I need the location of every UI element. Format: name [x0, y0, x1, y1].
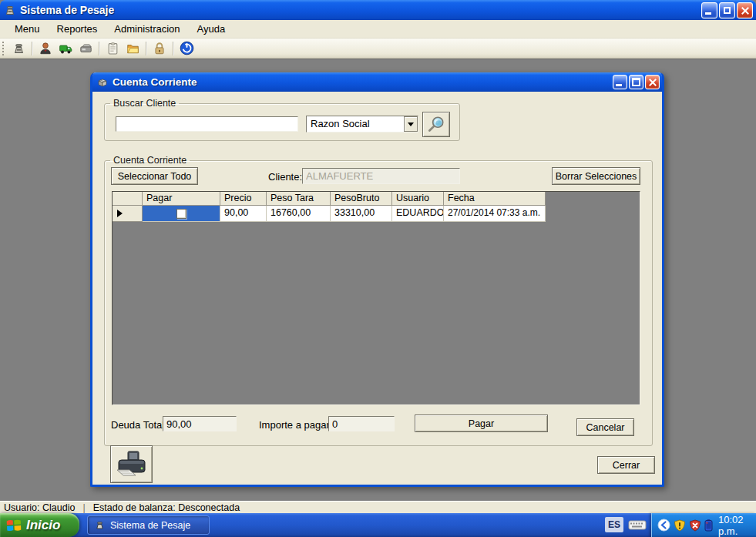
- taskbar-scale-icon: [95, 520, 105, 530]
- hide-icons-chevron-icon[interactable]: [657, 519, 670, 532]
- toolbar-separator: [146, 42, 146, 55]
- chevron-down-icon: [408, 123, 414, 126]
- statusbar-separator: |: [82, 502, 85, 513]
- grid-header-row: Pagar Precio Peso Tara PesoBruto Usuario…: [113, 192, 640, 206]
- table-row: 90,00 16760,00 33310,00 EDUARDO 27/01/20…: [113, 206, 640, 222]
- grid-header-precio[interactable]: Precio: [220, 192, 267, 206]
- peso-bruto-cell[interactable]: 33310,00: [331, 206, 392, 222]
- grid-header-peso-tara[interactable]: Peso Tara: [267, 192, 331, 206]
- row-selector-cell[interactable]: [113, 206, 143, 222]
- package-box-icon: [96, 76, 109, 89]
- start-button-label: Inicio: [26, 518, 60, 533]
- grid-header-pagar[interactable]: Pagar: [143, 192, 220, 206]
- statusbar-usuario: Usuario: Claudio: [4, 502, 75, 513]
- buscar-cliente-group-label: Buscar Cliente: [110, 98, 179, 109]
- user-icon[interactable]: [36, 40, 55, 57]
- buscar-button[interactable]: [422, 112, 450, 137]
- language-indicator[interactable]: ES: [605, 517, 623, 532]
- desktop-screen: Sistema de Pesaje Menu Reportes Administ…: [0, 0, 756, 537]
- magnifier-icon: [426, 115, 446, 135]
- menu-item-menu[interactable]: Menu: [6, 21, 49, 37]
- cliente-label: Cliente:: [268, 171, 302, 183]
- print-button[interactable]: [110, 445, 153, 483]
- toolbar-separator: [32, 42, 32, 55]
- scale-icon[interactable]: [9, 40, 28, 57]
- security-error-shield-icon[interactable]: [689, 519, 701, 532]
- dialog-body: Buscar Cliente Razon Social Cuenta Corri…: [92, 92, 662, 485]
- power-icon[interactable]: [177, 40, 196, 57]
- truck-icon[interactable]: [56, 40, 75, 57]
- buscar-cliente-input[interactable]: [116, 116, 298, 132]
- grid-corner-header[interactable]: [113, 192, 143, 206]
- minimize-button[interactable]: [701, 2, 717, 18]
- taskbar-item-sistema-de-pesaje[interactable]: Sistema de Pesaje: [87, 515, 210, 535]
- cerrar-button[interactable]: Cerrar: [597, 456, 655, 474]
- dialog-titlebar: Cuenta Corriente: [92, 72, 662, 92]
- system-tray: 10:02 p.m.: [651, 513, 756, 537]
- toolbar: [0, 39, 756, 59]
- weighing-device-icon[interactable]: [76, 40, 95, 57]
- menu-item-reportes[interactable]: Reportes: [49, 21, 106, 37]
- dialog-maximize-button[interactable]: [629, 75, 643, 89]
- keyboard-icon[interactable]: [628, 519, 647, 534]
- start-button[interactable]: Inicio: [0, 513, 79, 537]
- current-row-arrow-icon: [117, 210, 123, 217]
- peso-tara-cell[interactable]: 16760,00: [267, 206, 331, 222]
- cuenta-corriente-group-label: Cuenta Corriente: [110, 155, 190, 166]
- security-warning-shield-icon[interactable]: [674, 519, 686, 532]
- pagar-button[interactable]: Pagar: [415, 414, 548, 432]
- mdi-client-area: Cuenta Corriente Buscar Cliente Razon So…: [0, 59, 756, 501]
- importe-a-pagar-field[interactable]: [328, 416, 395, 431]
- grid-header-usuario[interactable]: Usuario: [392, 192, 444, 206]
- taskbar-item-label: Sistema de Pesaje: [110, 520, 190, 531]
- precio-cell[interactable]: 90,00: [220, 206, 267, 222]
- cuenta-corriente-grid: Pagar Precio Peso Tara PesoBruto Usuario…: [112, 191, 640, 405]
- importe-a-pagar-label: Importe a pagar: [259, 419, 330, 431]
- folder-icon[interactable]: [123, 40, 142, 57]
- dialog-minimize-button[interactable]: [613, 75, 627, 89]
- filtro-combo[interactable]: Razon Social: [306, 116, 418, 133]
- app-scale-icon: [4, 4, 16, 16]
- dialog-close-button[interactable]: [645, 75, 660, 89]
- deuda-total-field: [163, 416, 237, 431]
- printer-icon: [116, 450, 148, 479]
- taskbar-clock[interactable]: 10:02 p.m.: [718, 514, 756, 537]
- taskbar: Inicio Sistema de Pesaje ES 10: [0, 513, 756, 537]
- padlock-icon[interactable]: [150, 40, 169, 57]
- windows-flag-icon: [5, 517, 22, 533]
- statusbar: Usuario: Claudio | Estado de balanza: De…: [0, 501, 756, 513]
- usuario-cell[interactable]: EDUARDO: [392, 206, 444, 222]
- cliente-field: [302, 168, 460, 184]
- toolbar-gripper: [2, 42, 5, 55]
- deuda-total-label: Deuda Total: [111, 419, 164, 431]
- restore-button[interactable]: [719, 2, 735, 18]
- fecha-cell[interactable]: 27/01/2014 07:33 a.m.: [444, 206, 546, 222]
- pagar-checkbox[interactable]: [176, 209, 186, 219]
- grid-header-fecha[interactable]: Fecha: [444, 192, 546, 206]
- dialog-title: Cuenta Corriente: [113, 76, 611, 88]
- window-title: Sistema de Pesaje: [20, 4, 700, 16]
- pagar-cell[interactable]: [143, 206, 220, 222]
- cuenta-corriente-dialog: Cuenta Corriente Buscar Cliente Razon So…: [90, 72, 664, 487]
- menu-item-ayuda[interactable]: Ayuda: [189, 21, 234, 37]
- seleccionar-todo-button[interactable]: Seleccionar Todo: [111, 167, 198, 185]
- borrar-selecciones-button[interactable]: Borrar Selecciones: [552, 167, 640, 185]
- cancelar-button[interactable]: Cancelar: [576, 418, 634, 436]
- statusbar-estado-balanza: Estado de balanza: Desconectada: [93, 502, 240, 513]
- close-button[interactable]: [737, 2, 753, 18]
- menu-item-administracion[interactable]: Administracion: [106, 21, 188, 37]
- toolbar-separator: [173, 42, 173, 55]
- battery-icon[interactable]: [704, 519, 713, 532]
- filtro-combo-value: Razon Social: [307, 116, 404, 132]
- menubar: Menu Reportes Administracion Ayuda: [0, 20, 756, 39]
- grid-header-peso-bruto[interactable]: PesoBruto: [331, 192, 392, 206]
- toolbar-separator: [99, 42, 99, 55]
- clipboard-icon[interactable]: [103, 40, 122, 57]
- combo-dropdown-button[interactable]: [404, 116, 418, 132]
- window-titlebar: Sistema de Pesaje: [0, 0, 756, 20]
